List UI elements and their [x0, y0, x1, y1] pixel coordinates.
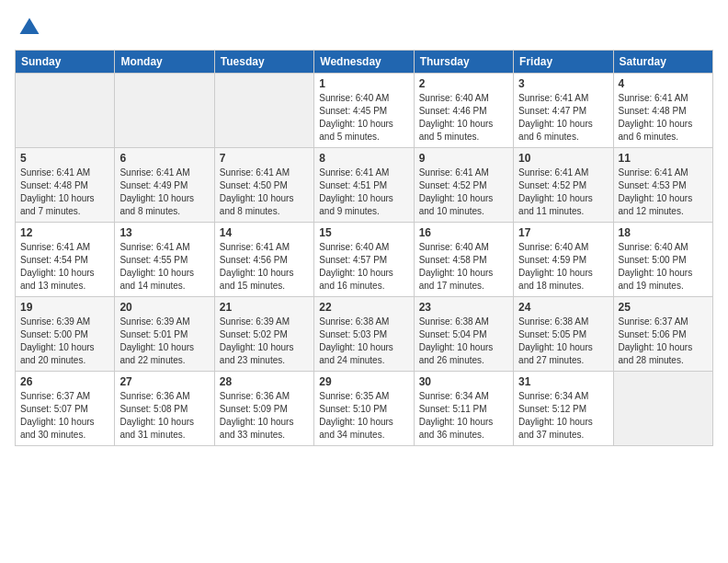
calendar-cell: 18Sunrise: 6:40 AMSunset: 5:00 PMDayligh…	[613, 223, 712, 297]
svg-marker-0	[20, 18, 40, 35]
day-number: 8	[319, 152, 408, 165]
day-number: 30	[419, 375, 508, 388]
day-number: 16	[419, 226, 508, 239]
day-number: 27	[119, 375, 209, 388]
day-info: Sunrise: 6:41 AMSunset: 4:52 PMDaylight:…	[518, 167, 608, 218]
day-info: Sunrise: 6:40 AMSunset: 4:46 PMDaylight:…	[419, 92, 508, 144]
day-number: 25	[619, 301, 708, 314]
logo-icon	[17, 15, 42, 40]
calendar-week-2: 5Sunrise: 6:41 AMSunset: 4:48 PMDaylight…	[16, 148, 713, 223]
day-number: 14	[220, 226, 309, 239]
day-info: Sunrise: 6:41 AMSunset: 4:50 PMDaylight:…	[220, 167, 309, 218]
day-number: 29	[319, 375, 408, 388]
calendar-cell	[613, 372, 712, 446]
day-info: Sunrise: 6:41 AMSunset: 4:53 PMDaylight:…	[619, 167, 708, 218]
day-info: Sunrise: 6:40 AMSunset: 4:45 PMDaylight:…	[319, 92, 408, 144]
day-info: Sunrise: 6:38 AMSunset: 5:03 PMDaylight:…	[319, 316, 408, 367]
calendar-cell: 27Sunrise: 6:36 AMSunset: 5:08 PMDayligh…	[115, 372, 214, 446]
calendar-header-friday: Friday	[514, 51, 613, 74]
day-info: Sunrise: 6:36 AMSunset: 5:08 PMDaylight:…	[119, 390, 209, 442]
calendar-cell: 12Sunrise: 6:41 AMSunset: 4:54 PMDayligh…	[16, 223, 115, 297]
day-number: 20	[119, 301, 209, 314]
day-number: 15	[319, 226, 408, 239]
calendar-cell: 2Sunrise: 6:40 AMSunset: 4:46 PMDaylight…	[414, 74, 513, 148]
day-number: 12	[20, 226, 109, 239]
calendar-cell: 22Sunrise: 6:38 AMSunset: 5:03 PMDayligh…	[314, 297, 414, 372]
calendar-cell: 20Sunrise: 6:39 AMSunset: 5:01 PMDayligh…	[115, 297, 214, 372]
day-number: 11	[619, 152, 708, 165]
day-number: 24	[518, 301, 608, 314]
day-number: 23	[419, 301, 508, 314]
logo	[15, 15, 42, 40]
day-number: 19	[20, 301, 109, 314]
day-info: Sunrise: 6:37 AMSunset: 5:06 PMDaylight:…	[619, 316, 708, 367]
calendar-cell: 30Sunrise: 6:34 AMSunset: 5:11 PMDayligh…	[414, 372, 513, 446]
calendar-cell: 5Sunrise: 6:41 AMSunset: 4:48 PMDaylight…	[16, 148, 115, 223]
day-number: 9	[419, 152, 508, 165]
calendar-week-3: 12Sunrise: 6:41 AMSunset: 4:54 PMDayligh…	[16, 223, 713, 297]
day-info: Sunrise: 6:41 AMSunset: 4:54 PMDaylight:…	[20, 241, 109, 293]
calendar-cell: 19Sunrise: 6:39 AMSunset: 5:00 PMDayligh…	[16, 297, 115, 372]
day-number: 3	[518, 77, 608, 90]
day-number: 28	[220, 375, 309, 388]
day-info: Sunrise: 6:41 AMSunset: 4:49 PMDaylight:…	[119, 167, 209, 218]
calendar-cell: 17Sunrise: 6:40 AMSunset: 4:59 PMDayligh…	[514, 223, 613, 297]
day-info: Sunrise: 6:41 AMSunset: 4:48 PMDaylight:…	[20, 167, 109, 218]
calendar-week-1: 1Sunrise: 6:40 AMSunset: 4:45 PMDaylight…	[16, 74, 713, 148]
calendar-cell: 13Sunrise: 6:41 AMSunset: 4:55 PMDayligh…	[115, 223, 214, 297]
day-number: 6	[119, 152, 209, 165]
calendar-table: SundayMondayTuesdayWednesdayThursdayFrid…	[15, 50, 713, 446]
calendar-cell: 11Sunrise: 6:41 AMSunset: 4:53 PMDayligh…	[613, 148, 712, 223]
day-number: 31	[518, 375, 608, 388]
calendar-cell: 1Sunrise: 6:40 AMSunset: 4:45 PMDaylight…	[314, 74, 414, 148]
day-number: 17	[518, 226, 608, 239]
calendar-cell: 31Sunrise: 6:34 AMSunset: 5:12 PMDayligh…	[514, 372, 613, 446]
day-number: 21	[220, 301, 309, 314]
day-info: Sunrise: 6:39 AMSunset: 5:00 PMDaylight:…	[20, 316, 109, 367]
day-info: Sunrise: 6:38 AMSunset: 5:04 PMDaylight:…	[419, 316, 508, 367]
day-info: Sunrise: 6:38 AMSunset: 5:05 PMDaylight:…	[518, 316, 608, 367]
calendar-cell: 26Sunrise: 6:37 AMSunset: 5:07 PMDayligh…	[16, 372, 115, 446]
day-number: 4	[619, 77, 708, 90]
calendar-header-thursday: Thursday	[414, 51, 513, 74]
day-number: 18	[619, 226, 708, 239]
day-info: Sunrise: 6:37 AMSunset: 5:07 PMDaylight:…	[20, 390, 109, 442]
day-info: Sunrise: 6:40 AMSunset: 5:00 PMDaylight:…	[619, 241, 708, 293]
calendar-cell: 23Sunrise: 6:38 AMSunset: 5:04 PMDayligh…	[414, 297, 513, 372]
calendar-cell: 9Sunrise: 6:41 AMSunset: 4:52 PMDaylight…	[414, 148, 513, 223]
calendar-cell: 15Sunrise: 6:40 AMSunset: 4:57 PMDayligh…	[314, 223, 414, 297]
calendar-week-5: 26Sunrise: 6:37 AMSunset: 5:07 PMDayligh…	[16, 372, 713, 446]
day-info: Sunrise: 6:36 AMSunset: 5:09 PMDaylight:…	[220, 390, 309, 442]
day-info: Sunrise: 6:40 AMSunset: 4:59 PMDaylight:…	[518, 241, 608, 293]
day-number: 7	[220, 152, 309, 165]
calendar-cell	[214, 74, 313, 148]
day-number: 22	[319, 301, 408, 314]
day-number: 5	[20, 152, 109, 165]
day-info: Sunrise: 6:35 AMSunset: 5:10 PMDaylight:…	[319, 390, 408, 442]
calendar-cell: 8Sunrise: 6:41 AMSunset: 4:51 PMDaylight…	[314, 148, 414, 223]
day-info: Sunrise: 6:41 AMSunset: 4:48 PMDaylight:…	[619, 92, 708, 144]
calendar-cell	[115, 74, 214, 148]
day-info: Sunrise: 6:40 AMSunset: 4:57 PMDaylight:…	[319, 241, 408, 293]
day-info: Sunrise: 6:41 AMSunset: 4:51 PMDaylight:…	[319, 167, 408, 218]
day-number: 2	[419, 77, 508, 90]
calendar-cell: 25Sunrise: 6:37 AMSunset: 5:06 PMDayligh…	[613, 297, 712, 372]
calendar-header-wednesday: Wednesday	[314, 51, 414, 74]
calendar-header-saturday: Saturday	[613, 51, 712, 74]
calendar-header-monday: Monday	[115, 51, 214, 74]
calendar-cell: 6Sunrise: 6:41 AMSunset: 4:49 PMDaylight…	[115, 148, 214, 223]
calendar-cell: 24Sunrise: 6:38 AMSunset: 5:05 PMDayligh…	[514, 297, 613, 372]
calendar-header-tuesday: Tuesday	[214, 51, 313, 74]
calendar-cell: 7Sunrise: 6:41 AMSunset: 4:50 PMDaylight…	[214, 148, 313, 223]
calendar-cell: 29Sunrise: 6:35 AMSunset: 5:10 PMDayligh…	[314, 372, 414, 446]
day-info: Sunrise: 6:39 AMSunset: 5:02 PMDaylight:…	[220, 316, 309, 367]
page-header	[15, 15, 713, 40]
day-number: 10	[518, 152, 608, 165]
calendar-header-row: SundayMondayTuesdayWednesdayThursdayFrid…	[16, 51, 713, 74]
day-info: Sunrise: 6:34 AMSunset: 5:11 PMDaylight:…	[419, 390, 508, 442]
day-number: 26	[20, 375, 109, 388]
calendar-cell: 14Sunrise: 6:41 AMSunset: 4:56 PMDayligh…	[214, 223, 313, 297]
calendar-week-4: 19Sunrise: 6:39 AMSunset: 5:00 PMDayligh…	[16, 297, 713, 372]
day-info: Sunrise: 6:34 AMSunset: 5:12 PMDaylight:…	[518, 390, 608, 442]
day-info: Sunrise: 6:41 AMSunset: 4:47 PMDaylight:…	[518, 92, 608, 144]
